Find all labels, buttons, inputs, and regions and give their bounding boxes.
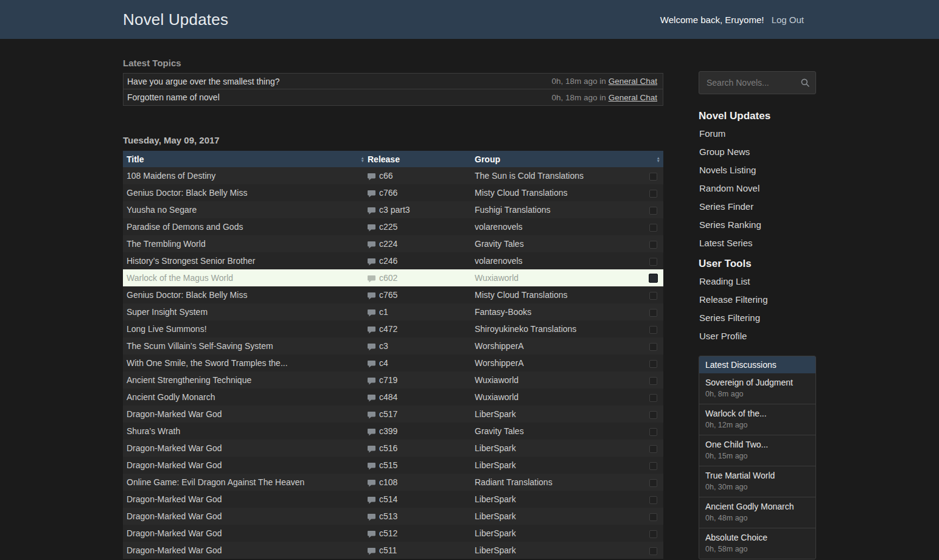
row-checkbox[interactable] — [649, 479, 657, 487]
table-row[interactable]: Yuusha no Segarec3 part3Fushigi Translat… — [123, 201, 663, 218]
logout-link[interactable]: Log Out — [772, 15, 804, 25]
discussion-title[interactable]: Warlock of the... — [705, 409, 809, 419]
chapter-label[interactable]: c513 — [379, 511, 397, 521]
chapter-label[interactable]: c1 — [379, 307, 388, 317]
chapter-label[interactable]: c246 — [379, 256, 397, 266]
novel-title[interactable]: Yuusha no Segare — [123, 201, 368, 218]
group-name[interactable]: LiberSpark — [475, 525, 643, 542]
sidebar-link-series-ranking[interactable]: Series Ranking — [699, 216, 816, 234]
table-row[interactable]: Ancient Godly Monarchc484Wuxiaworld — [123, 389, 663, 406]
row-checkbox[interactable] — [649, 462, 657, 470]
topic-forum-link[interactable]: General Chat — [609, 77, 657, 86]
column-header-release[interactable]: Release — [368, 151, 475, 167]
column-header-group[interactable]: Group — [475, 151, 643, 167]
chapter-label[interactable]: c3 part3 — [379, 205, 410, 215]
chapter-label[interactable]: c484 — [379, 392, 397, 402]
search-icon[interactable] — [800, 78, 810, 88]
chapter-label[interactable]: c514 — [379, 494, 397, 504]
row-checkbox[interactable] — [649, 428, 657, 436]
row-checkbox[interactable] — [649, 343, 657, 351]
row-checkbox[interactable] — [649, 241, 657, 249]
discussion-item[interactable]: Warlock of the...0h, 12m ago — [699, 404, 815, 435]
discussion-title[interactable]: True Martial World — [705, 471, 809, 481]
row-checkbox[interactable] — [649, 173, 657, 181]
chapter-label[interactable]: c766 — [379, 188, 397, 198]
site-title[interactable]: Novel Updates — [123, 10, 228, 29]
table-row[interactable]: Dragon-Marked War Godc513LiberSpark — [123, 508, 663, 525]
sidebar-link-novels-listing[interactable]: Novels Listing — [699, 161, 816, 179]
novel-title[interactable]: Ancient Godly Monarch — [123, 389, 368, 406]
chapter-label[interactable]: c516 — [379, 443, 397, 453]
table-row[interactable]: With One Smile, the Sword Tramples the..… — [123, 354, 663, 372]
discussion-item[interactable]: Sovereign of Judgment0h, 8m ago — [699, 373, 815, 404]
novel-title[interactable]: With One Smile, the Sword Tramples the..… — [123, 354, 368, 372]
row-checkbox[interactable] — [649, 530, 657, 538]
topic-title[interactable]: Forgotten name of novel — [127, 92, 220, 102]
group-name[interactable]: LiberSpark — [475, 440, 643, 457]
group-name[interactable]: Wuxiaworld — [475, 372, 643, 389]
group-name[interactable]: The Sun is Cold Translations — [475, 167, 643, 184]
novel-title[interactable]: Paradise of Demons and Gods — [123, 218, 368, 235]
novel-title[interactable]: Dragon-Marked War God — [123, 491, 368, 508]
table-row[interactable]: Dragon-Marked War Godc512LiberSpark — [123, 525, 663, 542]
chapter-label[interactable]: c399 — [379, 426, 397, 436]
sidebar-link-user-profile[interactable]: User Profile — [699, 327, 816, 345]
group-name[interactable]: Shiroyukineko Translations — [475, 320, 643, 337]
table-row[interactable]: Dragon-Marked War Godc515LiberSpark — [123, 457, 663, 474]
novel-title[interactable]: Dragon-Marked War God — [123, 508, 368, 525]
search-input[interactable] — [699, 71, 816, 94]
group-name[interactable]: LiberSpark — [475, 457, 643, 474]
novel-title[interactable]: Dragon-Marked War God — [123, 440, 368, 457]
group-name[interactable]: Misty Cloud Translations — [475, 286, 643, 303]
discussion-title[interactable]: One Child Two... — [705, 440, 809, 450]
novel-title[interactable]: Dragon-Marked War God — [123, 542, 368, 559]
table-row[interactable]: Genius Doctor: Black Belly Missc765Misty… — [123, 286, 663, 303]
table-row[interactable]: 108 Maidens of Destinyc66The Sun is Cold… — [123, 167, 663, 184]
chapter-label[interactable]: c765 — [379, 290, 397, 300]
table-row[interactable]: The Trembling Worldc224Gravity Tales — [123, 235, 663, 252]
row-checkbox[interactable] — [649, 445, 657, 453]
group-name[interactable]: Fushigi Translations — [475, 201, 643, 218]
group-name[interactable]: LiberSpark — [475, 406, 643, 423]
chapter-label[interactable]: c472 — [379, 324, 397, 334]
sort-icon[interactable]: ▲▼ — [361, 156, 365, 162]
novel-title[interactable]: Genius Doctor: Black Belly Miss — [123, 184, 368, 201]
row-checkbox[interactable] — [649, 309, 657, 317]
discussion-item[interactable]: Absolute Choice0h, 58m ago — [699, 528, 815, 559]
group-name[interactable]: Wuxiaworld — [475, 389, 643, 406]
group-name[interactable]: Fantasy-Books — [475, 303, 643, 320]
chapter-label[interactable]: c515 — [379, 460, 397, 470]
group-name[interactable]: WorshipperA — [475, 337, 643, 354]
sidebar-link-series-filtering[interactable]: Series Filtering — [699, 309, 816, 327]
row-checkbox[interactable] — [649, 224, 657, 232]
chapter-label[interactable]: c719 — [379, 375, 397, 385]
novel-title[interactable]: Long Live Summons! — [123, 320, 368, 337]
sidebar-link-reading-list[interactable]: Reading List — [699, 272, 816, 291]
group-name[interactable]: volarenovels — [475, 218, 643, 235]
table-row[interactable]: Dragon-Marked War Godc514LiberSpark — [123, 491, 663, 508]
novel-title[interactable]: Genius Doctor: Black Belly Miss — [123, 286, 368, 303]
row-checkbox[interactable] — [649, 326, 657, 334]
row-checkbox[interactable] — [649, 547, 657, 555]
discussion-title[interactable]: Ancient Godly Monarch — [705, 502, 809, 512]
discussion-title[interactable]: Sovereign of Judgment — [705, 378, 809, 388]
table-row[interactable]: Genius Doctor: Black Belly Missc766Misty… — [123, 184, 663, 201]
novel-title[interactable]: Online Game: Evil Dragon Against The Hea… — [123, 474, 368, 491]
group-name[interactable]: LiberSpark — [475, 508, 643, 525]
novel-title[interactable]: Shura’s Wrath — [123, 423, 368, 440]
novel-title[interactable]: Dragon-Marked War God — [123, 406, 368, 423]
table-row[interactable]: Dragon-Marked War Godc517LiberSpark — [123, 406, 663, 423]
chapter-label[interactable]: c224 — [379, 239, 397, 249]
group-name[interactable]: WorshipperA — [475, 354, 643, 372]
novel-title[interactable]: The Scum Villain’s Self-Saving System — [123, 337, 368, 354]
chapter-label[interactable]: c66 — [379, 171, 393, 181]
topic-title[interactable]: Have you argue over the smallest thing? — [127, 77, 280, 86]
sidebar-link-release-filtering[interactable]: Release Filtering — [699, 291, 816, 309]
novel-title[interactable]: Super Insight System — [123, 303, 368, 320]
row-checkbox[interactable] — [649, 496, 657, 504]
novel-title[interactable]: Warlock of the Magus World — [123, 269, 368, 286]
row-checkbox[interactable] — [649, 207, 657, 215]
group-name[interactable]: Wuxiaworld — [475, 269, 643, 286]
row-checkbox[interactable] — [649, 377, 657, 385]
table-row[interactable]: The Scum Villain’s Self-Saving Systemc3W… — [123, 337, 663, 354]
